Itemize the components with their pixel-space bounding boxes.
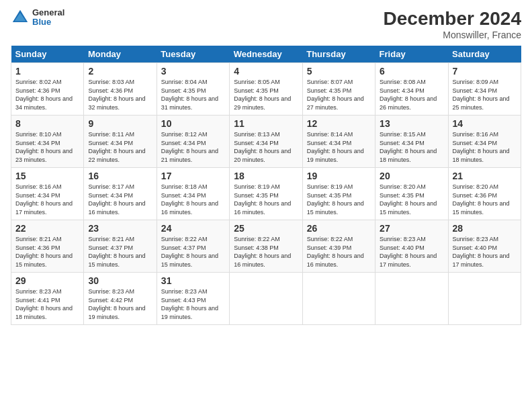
day-number: 29 [15, 275, 79, 286]
day-number: 23 [88, 223, 152, 234]
day-number: 20 [380, 171, 443, 181]
day-cell: 10Sunrise: 8:12 AMSunset: 4:34 PMDayligh… [157, 116, 229, 168]
title-block: December 2024 Monswiller, France [384, 8, 521, 40]
cell-info: Sunrise: 8:07 AMSunset: 4:35 PMDaylight:… [307, 79, 364, 111]
month-title: December 2024 [384, 8, 521, 30]
cell-info: Sunrise: 8:23 AMSunset: 4:42 PMDaylight:… [88, 288, 145, 320]
logo-general: General [32, 8, 64, 17]
cell-info: Sunrise: 8:05 AMSunset: 4:35 PMDaylight:… [234, 79, 291, 111]
cell-info: Sunrise: 8:21 AMSunset: 4:37 PMDaylight:… [88, 236, 145, 268]
day-cell: 27Sunrise: 8:23 AMSunset: 4:40 PMDayligh… [375, 220, 448, 273]
day-cell: 26Sunrise: 8:22 AMSunset: 4:39 PMDayligh… [302, 220, 375, 273]
day-cell: 22Sunrise: 8:21 AMSunset: 4:36 PMDayligh… [11, 220, 84, 273]
week-row-5: 29Sunrise: 8:23 AMSunset: 4:41 PMDayligh… [11, 273, 521, 325]
day-cell: 28Sunrise: 8:23 AMSunset: 4:40 PMDayligh… [448, 220, 521, 273]
day-number: 5 [307, 66, 371, 77]
cell-info: Sunrise: 8:19 AMSunset: 4:35 PMDaylight:… [234, 183, 291, 216]
day-number: 7 [453, 66, 517, 77]
day-cell: 31Sunrise: 8:23 AMSunset: 4:43 PMDayligh… [157, 273, 229, 325]
day-cell: 19Sunrise: 8:19 AMSunset: 4:35 PMDayligh… [302, 168, 375, 220]
cell-info: Sunrise: 8:15 AMSunset: 4:34 PMDaylight:… [380, 131, 437, 163]
day-number: 15 [15, 171, 79, 181]
col-header-wednesday: Wednesday [230, 46, 302, 63]
header: General Blue December 2024 Monswiller, F… [11, 8, 521, 40]
cell-info: Sunrise: 8:09 AMSunset: 4:34 PMDaylight:… [453, 79, 510, 111]
cell-info: Sunrise: 8:23 AMSunset: 4:40 PMDaylight:… [380, 236, 437, 268]
cell-info: Sunrise: 8:02 AMSunset: 4:36 PMDaylight:… [15, 79, 73, 111]
cell-info: Sunrise: 8:21 AMSunset: 4:36 PMDaylight:… [15, 236, 73, 268]
day-cell: 1Sunrise: 8:02 AMSunset: 4:36 PMDaylight… [11, 63, 84, 116]
day-cell: 3Sunrise: 8:04 AMSunset: 4:35 PMDaylight… [157, 63, 229, 116]
logo-icon [11, 8, 30, 27]
location: Monswiller, France [384, 30, 521, 40]
day-cell: 8Sunrise: 8:10 AMSunset: 4:34 PMDaylight… [11, 116, 84, 168]
day-number: 18 [234, 171, 298, 181]
day-number: 12 [307, 118, 371, 129]
page-container: General Blue December 2024 Monswiller, F… [0, 0, 532, 330]
day-number: 8 [15, 118, 79, 129]
cell-info: Sunrise: 8:14 AMSunset: 4:34 PMDaylight:… [307, 131, 364, 163]
cell-info: Sunrise: 8:22 AMSunset: 4:38 PMDaylight:… [234, 236, 291, 268]
day-number: 1 [15, 66, 79, 77]
day-number: 22 [15, 223, 79, 234]
day-cell: 17Sunrise: 8:18 AMSunset: 4:34 PMDayligh… [157, 168, 229, 220]
day-number: 30 [88, 275, 152, 286]
cell-info: Sunrise: 8:04 AMSunset: 4:35 PMDaylight:… [161, 79, 218, 111]
day-number: 4 [234, 66, 298, 77]
day-cell: 25Sunrise: 8:22 AMSunset: 4:38 PMDayligh… [230, 220, 302, 273]
cell-info: Sunrise: 8:20 AMSunset: 4:36 PMDaylight:… [453, 183, 510, 216]
day-number: 24 [161, 223, 225, 234]
day-cell: 18Sunrise: 8:19 AMSunset: 4:35 PMDayligh… [230, 168, 302, 220]
day-number: 28 [453, 223, 517, 234]
day-cell: 29Sunrise: 8:23 AMSunset: 4:41 PMDayligh… [11, 273, 84, 325]
day-cell: 21Sunrise: 8:20 AMSunset: 4:36 PMDayligh… [448, 168, 521, 220]
day-number: 13 [380, 118, 443, 129]
col-header-sunday: Sunday [11, 46, 84, 63]
day-cell: 13Sunrise: 8:15 AMSunset: 4:34 PMDayligh… [375, 116, 448, 168]
cell-info: Sunrise: 8:13 AMSunset: 4:34 PMDaylight:… [234, 131, 291, 163]
col-header-monday: Monday [84, 46, 157, 63]
day-number: 10 [161, 118, 225, 129]
day-number: 2 [88, 66, 152, 77]
day-cell: 5Sunrise: 8:07 AMSunset: 4:35 PMDaylight… [302, 63, 375, 116]
day-cell: 12Sunrise: 8:14 AMSunset: 4:34 PMDayligh… [302, 116, 375, 168]
cell-info: Sunrise: 8:18 AMSunset: 4:34 PMDaylight:… [161, 183, 218, 216]
day-cell [230, 273, 302, 325]
cell-info: Sunrise: 8:23 AMSunset: 4:41 PMDaylight:… [15, 288, 73, 320]
day-number: 31 [161, 275, 225, 286]
calendar-table: SundayMondayTuesdayWednesdayThursdayFrid… [11, 46, 521, 325]
day-number: 16 [88, 171, 152, 181]
col-header-tuesday: Tuesday [157, 46, 229, 63]
col-header-thursday: Thursday [302, 46, 375, 63]
day-cell: 6Sunrise: 8:08 AMSunset: 4:34 PMDaylight… [375, 63, 448, 116]
day-cell: 30Sunrise: 8:23 AMSunset: 4:42 PMDayligh… [84, 273, 157, 325]
day-cell: 7Sunrise: 8:09 AMSunset: 4:34 PMDaylight… [448, 63, 521, 116]
col-header-friday: Friday [375, 46, 448, 63]
cell-info: Sunrise: 8:17 AMSunset: 4:34 PMDaylight:… [88, 183, 145, 216]
week-row-3: 15Sunrise: 8:16 AMSunset: 4:34 PMDayligh… [11, 168, 521, 220]
day-cell: 9Sunrise: 8:11 AMSunset: 4:34 PMDaylight… [84, 116, 157, 168]
day-number: 27 [380, 223, 443, 234]
cell-info: Sunrise: 8:16 AMSunset: 4:34 PMDaylight:… [453, 131, 510, 163]
day-number: 9 [88, 118, 152, 129]
week-row-2: 8Sunrise: 8:10 AMSunset: 4:34 PMDaylight… [11, 116, 521, 168]
col-header-saturday: Saturday [448, 46, 521, 63]
day-cell: 2Sunrise: 8:03 AMSunset: 4:36 PMDaylight… [84, 63, 157, 116]
day-number: 19 [307, 171, 371, 181]
day-cell: 16Sunrise: 8:17 AMSunset: 4:34 PMDayligh… [84, 168, 157, 220]
day-number: 6 [380, 66, 443, 77]
cell-info: Sunrise: 8:08 AMSunset: 4:34 PMDaylight:… [380, 79, 437, 111]
cell-info: Sunrise: 8:10 AMSunset: 4:34 PMDaylight:… [15, 131, 73, 163]
cell-info: Sunrise: 8:23 AMSunset: 4:43 PMDaylight:… [161, 288, 218, 320]
cell-info: Sunrise: 8:16 AMSunset: 4:34 PMDaylight:… [15, 183, 73, 216]
day-number: 17 [161, 171, 225, 181]
day-cell: 15Sunrise: 8:16 AMSunset: 4:34 PMDayligh… [11, 168, 84, 220]
cell-info: Sunrise: 8:11 AMSunset: 4:34 PMDaylight:… [88, 131, 145, 163]
day-cell: 23Sunrise: 8:21 AMSunset: 4:37 PMDayligh… [84, 220, 157, 273]
day-number: 26 [307, 223, 371, 234]
logo-text: General Blue [32, 8, 64, 28]
day-cell [448, 273, 521, 325]
day-cell: 11Sunrise: 8:13 AMSunset: 4:34 PMDayligh… [230, 116, 302, 168]
week-row-4: 22Sunrise: 8:21 AMSunset: 4:36 PMDayligh… [11, 220, 521, 273]
day-cell [302, 273, 375, 325]
